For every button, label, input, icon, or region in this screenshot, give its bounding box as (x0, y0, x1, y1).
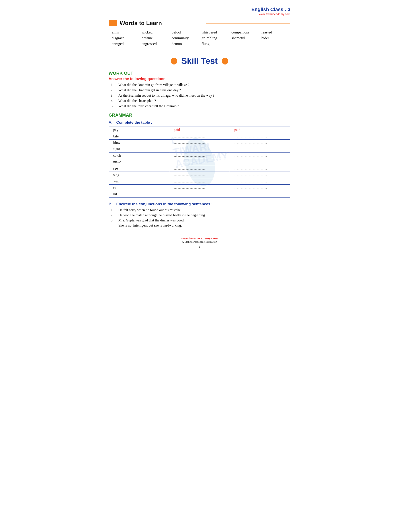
word-8: defame (141, 35, 168, 41)
encircle-sentence-2: 2. He won the match although he played b… (111, 213, 290, 217)
past-blow: ……………………. (169, 140, 230, 146)
question-1: 1. What did the Brahmin go from village … (111, 83, 290, 87)
header: English Class : 3 www.tiwariacademy.com (109, 7, 290, 16)
q-text-2: What did the Brahmin get in alms one day… (118, 88, 181, 92)
footer-page: 4 (109, 245, 290, 249)
answer-questions-subheading: Answer the following questions : (109, 77, 290, 81)
word-17 (231, 41, 258, 47)
table-row-win: win ……………………. ……………………. (109, 178, 290, 185)
pp-sing: ……………………. (230, 172, 290, 178)
words-to-learn-section: Words to Learn alms wicked befool whispe… (109, 20, 290, 50)
work-out-heading: WORK OUT (109, 71, 290, 76)
word-18 (260, 41, 288, 47)
q-text-3: As the Brahmin set out to his village, w… (118, 94, 215, 98)
table-row-see: see ……………………. ……………………. (109, 165, 290, 172)
pp-fight: ……………………. (230, 146, 290, 152)
table-row-cut: cut ……………………. ……………………. (109, 185, 290, 191)
q-num-2: 2. (111, 88, 116, 92)
skill-test-section: Skill Test (109, 56, 290, 66)
section-b-label-row: B. Encircle the conjunctions in the foll… (109, 202, 290, 208)
past-make: ……………………. (169, 159, 230, 165)
q-num-4: 4. (111, 99, 116, 103)
table-row-make: make ……………………. ……………………. (109, 159, 290, 165)
pp-cut: ……………………. (230, 185, 290, 191)
e-text-4: She is not intelligent but she is hardwo… (118, 223, 182, 228)
header-title: English Class : 3 (109, 7, 290, 13)
words-grid: alms wicked befool whispered companions … (109, 29, 290, 47)
word-6: feasted (260, 30, 288, 35)
pp-make: ……………………. (230, 159, 290, 165)
encircle-sentence-1: 1. He felt sorry when he found out his m… (111, 208, 290, 212)
table-row-blow: blow ……………………. ……………………. (109, 140, 290, 146)
e-text-1: He felt sorry when he found out his mist… (118, 208, 182, 212)
word-13: enraged (111, 41, 139, 47)
q-text-4: What did the cheats plan ? (118, 99, 156, 103)
base-blow: blow (109, 140, 169, 146)
right-orange-dot (222, 58, 228, 64)
e-num-3: 3. (111, 218, 116, 222)
pp-bite: ……………………. (230, 133, 290, 140)
word-10: grumbling (201, 35, 228, 41)
word-3: befool (171, 30, 198, 35)
word-15: demon (171, 41, 198, 47)
table-row-fight: fight ……………………. ……………………. (109, 146, 290, 152)
words-title-row: Words to Learn (109, 20, 290, 27)
q-text-5: What did the third cheat tell the Brahmi… (118, 104, 179, 108)
base-fight: fight (109, 146, 169, 152)
past-bite: ……………………. (169, 133, 230, 140)
q-text-1: What did the Brahmin go from village to … (118, 83, 189, 87)
col-base-header: pay (109, 127, 169, 133)
past-cut: ……………………. (169, 185, 230, 191)
words-to-learn-title: Words to Learn (120, 20, 204, 27)
table-row-sing: sing ……………………. ……………………. (109, 172, 290, 178)
words-title-line (206, 23, 290, 24)
header-url: www.tiwariacademy.com (109, 13, 290, 16)
pp-win: ……………………. (230, 178, 290, 185)
word-4: whispered (201, 30, 228, 35)
left-orange-dot (171, 58, 177, 64)
past-catch: ……………………. (169, 152, 230, 159)
encircle-sentence-3: 3. Mrs. Gupta was glad that the dinner w… (111, 218, 290, 222)
e-text-3: Mrs. Gupta was glad that the dinner was … (118, 218, 185, 222)
q-num-5: 5. (111, 104, 116, 108)
section-a-label: A. (109, 120, 114, 125)
footer: www.tiwariacademy.com A Step towards fre… (109, 234, 290, 249)
word-2: wicked (141, 30, 168, 35)
table-row-header: pay paid paid (109, 127, 290, 133)
word-9: community (171, 35, 198, 41)
e-text-2: He won the match although he played badl… (118, 213, 206, 217)
col-past-header: paid (169, 127, 230, 133)
pp-blow: ……………………. (230, 140, 290, 146)
word-7: disgrace (111, 35, 139, 41)
past-sing: ……………………. (169, 172, 230, 178)
question-5: 5. What did the third cheat tell the Bra… (111, 104, 290, 108)
encircle-sentence-4: 4. She is not intelligent but she is har… (111, 223, 290, 228)
questions-list: 1. What did the Brahmin go from village … (111, 83, 290, 108)
q-num-3: 3. (111, 94, 116, 98)
words-bottom-line (109, 50, 290, 50)
footer-tagline: A Step towards free Education (109, 240, 290, 244)
q-num-1: 1. (111, 83, 116, 87)
word-5: companions (231, 30, 258, 35)
table-row-bite: bite ……………………. ……………………. (109, 133, 290, 140)
base-cut: cut (109, 185, 169, 191)
word-1: alms (111, 30, 139, 35)
table-container: tTIWARIACADEMY pay paid paid bite ………………… (109, 127, 290, 197)
base-see: see (109, 165, 169, 172)
complete-table-label: Complete the table : (116, 120, 152, 125)
grammar-section: GRAMMAR A. Complete the table : tTIWARIA… (109, 113, 290, 228)
base-catch: catch (109, 152, 169, 159)
verb-table: pay paid paid bite ……………………. ……………………. b… (109, 127, 290, 197)
skill-test-title: Skill Test (171, 56, 228, 66)
grammar-heading: GRAMMAR (109, 113, 290, 118)
past-see: ……………………. (169, 165, 230, 172)
question-4: 4. What did the cheats plan ? (111, 99, 290, 103)
word-12: hider (260, 35, 288, 41)
base-win: win (109, 178, 169, 185)
e-num-2: 2. (111, 213, 116, 217)
base-make: make (109, 159, 169, 165)
question-2: 2. What did the Brahmin get in alms one … (111, 88, 290, 92)
section-b-label: B. (109, 202, 114, 206)
e-num-4: 4. (111, 223, 116, 228)
work-out-section: WORK OUT Answer the following questions … (109, 71, 290, 108)
